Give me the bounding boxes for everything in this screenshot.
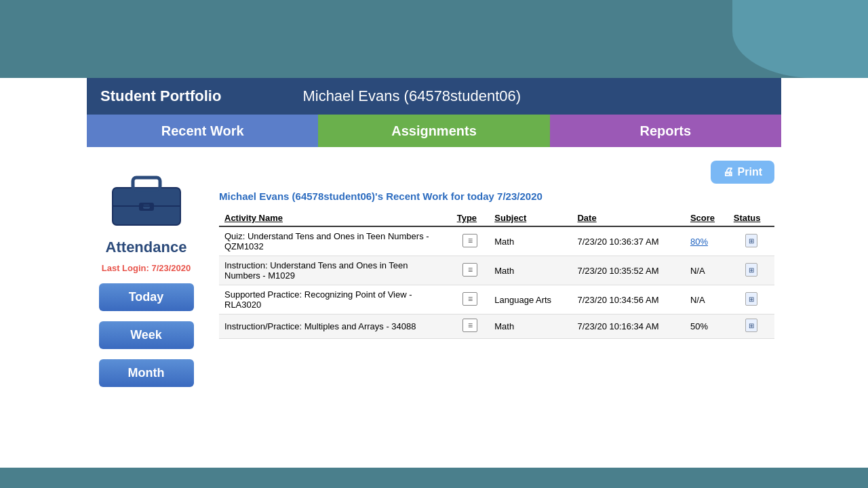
cell-type — [452, 256, 490, 285]
cell-status[interactable] — [728, 314, 774, 339]
cell-score: 50% — [685, 314, 728, 339]
print-button[interactable]: 🖨 Print — [711, 161, 774, 184]
top-background — [0, 0, 868, 78]
attendance-label: Attendance — [106, 239, 187, 256]
status-icon — [745, 292, 757, 306]
table-row: Instruction: Understand Tens and Ones in… — [219, 256, 774, 285]
type-icon — [462, 263, 477, 277]
col-activity-name: Activity Name — [219, 210, 452, 226]
student-name: Michael Evans (64578student06) — [302, 87, 521, 105]
cell-date: 7/23/20 10:36:37 AM — [572, 226, 684, 256]
tab-reports[interactable]: Reports — [550, 115, 781, 147]
col-date: Date — [572, 210, 684, 226]
status-icon — [745, 234, 757, 247]
cell-activity: Instruction/Practice: Multiples and Arra… — [219, 314, 452, 339]
cell-subject: Math — [489, 314, 572, 339]
print-row: 🖨 Print — [219, 161, 774, 184]
cell-type — [452, 285, 490, 314]
type-icon — [462, 234, 477, 247]
last-login-label: Last Login: 7/23/2020 — [102, 263, 191, 273]
cell-score[interactable]: 80% — [685, 226, 728, 256]
cell-subject: Math — [489, 226, 572, 256]
cell-type — [452, 314, 490, 339]
cell-subject: Language Arts — [489, 285, 572, 314]
today-button[interactable]: Today — [99, 283, 194, 311]
cell-date: 7/23/20 10:34:56 AM — [572, 285, 684, 314]
cell-score: N/A — [685, 256, 728, 285]
portfolio-title: Student Portfolio — [100, 87, 221, 105]
cell-activity: Supported Practice: Recognizing Point of… — [219, 285, 452, 314]
table-row: Instruction/Practice: Multiples and Arra… — [219, 314, 774, 339]
type-icon — [462, 319, 477, 332]
cell-type — [452, 226, 490, 256]
cell-status[interactable] — [728, 256, 774, 285]
col-score: Score — [685, 210, 728, 226]
work-table: Activity Name Type Subject Date Score St… — [219, 210, 774, 339]
briefcase-icon — [109, 167, 184, 228]
content-area: Attendance Last Login: 7/23/2020 Today W… — [87, 147, 781, 401]
main-container: Student Portfolio Michael Evans (64578st… — [87, 78, 781, 401]
main-content: 🖨 Print Michael Evans (64578student06)'s… — [219, 161, 781, 387]
month-button[interactable]: Month — [99, 359, 194, 387]
cell-status[interactable] — [728, 285, 774, 314]
bottom-bar — [0, 468, 868, 488]
wave-decoration — [732, 0, 868, 78]
cell-activity: Quiz: Understand Tens and Ones in Teen N… — [219, 226, 452, 256]
table-row: Supported Practice: Recognizing Point of… — [219, 285, 774, 314]
type-icon — [462, 292, 477, 306]
cell-status[interactable] — [728, 226, 774, 256]
printer-icon: 🖨 — [723, 166, 734, 178]
table-header-row: Activity Name Type Subject Date Score St… — [219, 210, 774, 226]
status-icon — [745, 263, 757, 277]
tab-recent-work[interactable]: Recent Work — [87, 115, 318, 147]
cell-date: 7/23/20 10:16:34 AM — [572, 314, 684, 339]
tab-bar: Recent Work Assignments Reports — [87, 115, 781, 147]
col-type: Type — [452, 210, 490, 226]
col-subject: Subject — [489, 210, 572, 226]
week-button[interactable]: Week — [99, 321, 194, 349]
status-icon — [745, 319, 757, 332]
cell-activity: Instruction: Understand Tens and Ones in… — [219, 256, 452, 285]
tab-assignments[interactable]: Assignments — [318, 115, 549, 147]
cell-subject: Math — [489, 256, 572, 285]
cell-score: N/A — [685, 285, 728, 314]
col-status: Status — [728, 210, 774, 226]
sidebar: Attendance Last Login: 7/23/2020 Today W… — [87, 161, 205, 387]
cell-date: 7/23/20 10:35:52 AM — [572, 256, 684, 285]
table-row: Quiz: Understand Tens and Ones in Teen N… — [219, 226, 774, 256]
portfolio-header: Student Portfolio Michael Evans (64578st… — [87, 78, 781, 115]
section-title: Michael Evans (64578student06)'s Recent … — [219, 190, 774, 202]
